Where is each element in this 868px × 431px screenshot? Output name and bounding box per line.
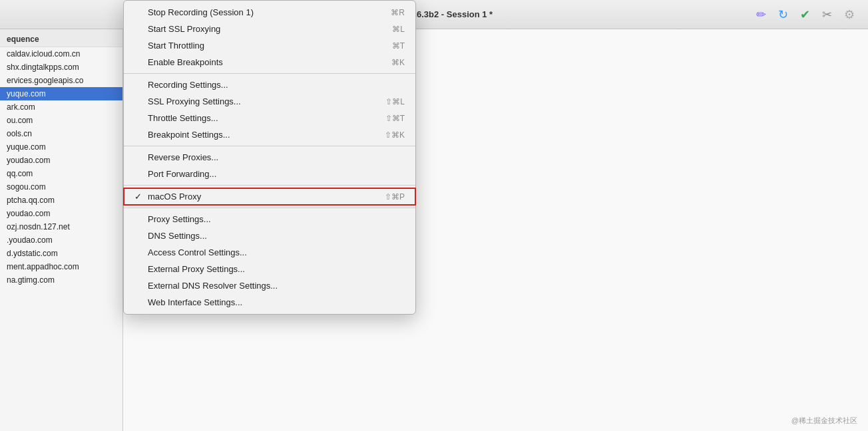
shortcut: ⇧⌘K	[385, 130, 405, 140]
menu-separator	[124, 146, 415, 146]
menu-item-label: Throttle Settings...	[148, 113, 218, 123]
menu-proxy-settings[interactable]: Proxy Settings...	[124, 211, 415, 227]
shortcut: ⇧⌘L	[385, 97, 405, 106]
shortcut: ⌘L	[392, 25, 405, 34]
shortcut: ⌘R	[391, 8, 405, 17]
menu-item-label: Recording Settings...	[148, 80, 228, 90]
shortcut: ⌘K	[391, 58, 405, 67]
menu-reverse-proxies[interactable]: Reverse Proxies...	[124, 149, 415, 166]
menu-item-label: Proxy Settings...	[148, 214, 211, 224]
menu-separator	[124, 185, 415, 186]
checkmark-icon: ✓	[134, 192, 144, 202]
menu-stop-recording[interactable]: Stop Recording (Session 1) ⌘R	[124, 4, 415, 21]
shortcut: ⌘T	[392, 41, 405, 51]
shortcut: ⇧⌘T	[385, 114, 405, 123]
dropdown-menu: Stop Recording (Session 1) ⌘R Start SSL …	[123, 0, 416, 315]
menu-separator	[124, 208, 415, 208]
menu-separator	[124, 73, 415, 74]
menu-macos-proxy[interactable]: ✓ macOS Proxy ⇧⌘P	[124, 188, 415, 205]
menu-item-label: Start Throttling	[148, 41, 204, 51]
shortcut: ⇧⌘P	[385, 192, 405, 202]
menu-item-label: Stop Recording (Session 1)	[148, 7, 254, 17]
menu-dns-settings[interactable]: DNS Settings...	[124, 227, 415, 244]
menu-start-throttling[interactable]: Start Throttling ⌘T	[124, 37, 415, 54]
menu-item-label: Start SSL Proxying	[148, 24, 220, 34]
menu-recording-settings[interactable]: Recording Settings...	[124, 76, 415, 93]
menu-throttle-settings[interactable]: Throttle Settings... ⇧⌘T	[124, 110, 415, 126]
menu-enable-breakpoints[interactable]: Enable Breakpoints ⌘K	[124, 54, 415, 71]
menu-port-forwarding[interactable]: Port Forwarding...	[124, 166, 415, 182]
menu-breakpoint-settings[interactable]: Breakpoint Settings... ⇧⌘K	[124, 126, 415, 143]
menu-web-interface-settings[interactable]: Web Interface Settings...	[124, 294, 415, 311]
menu-item-label: macOS Proxy	[148, 192, 201, 202]
menu-ssl-proxying-settings[interactable]: SSL Proxying Settings... ⇧⌘L	[124, 93, 415, 110]
menu-item-label: Port Forwarding...	[148, 169, 216, 179]
menu-item-label: SSL Proxying Settings...	[148, 96, 241, 106]
menu-item-label: Reverse Proxies...	[148, 152, 218, 162]
menu-item-label: External Proxy Settings...	[148, 264, 245, 274]
menu-item-label: Enable Breakpoints	[148, 57, 223, 67]
menu-item-label: Access Control Settings...	[148, 247, 247, 257]
menu-access-control-settings[interactable]: Access Control Settings...	[124, 244, 415, 261]
menu-item-label: DNS Settings...	[148, 231, 207, 241]
menu-item-label: Web Interface Settings...	[148, 297, 242, 307]
menu-external-dns-resolver-settings[interactable]: External DNS Resolver Settings...	[124, 277, 415, 294]
dropdown-overlay: Stop Recording (Session 1) ⌘R Start SSL …	[0, 0, 868, 431]
menu-external-proxy-settings[interactable]: External Proxy Settings...	[124, 261, 415, 277]
menu-start-ssl-proxying[interactable]: Start SSL Proxying ⌘L	[124, 21, 415, 37]
menu-item-label: Breakpoint Settings...	[148, 130, 230, 140]
menu-item-label: External DNS Resolver Settings...	[148, 281, 278, 291]
